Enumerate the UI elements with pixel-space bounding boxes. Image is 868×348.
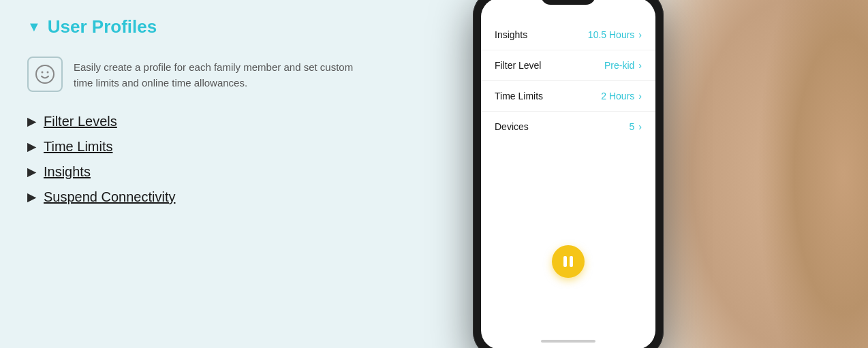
phone-frame: Insights 10.5 Hours › Filter Level Pre-k… [473, 0, 664, 348]
filter-levels-link[interactable]: Filter Levels [44, 114, 117, 129]
time-limits-value: 2 Hours [601, 91, 634, 101]
svg-point-0 [36, 65, 54, 83]
right-panel: Insights 10.5 Hours › Filter Level Pre-k… [377, 0, 868, 348]
bullet-icon: ▶ [27, 115, 35, 128]
filter-level-value: Pre-kid [604, 60, 634, 71]
insights-value: 10.5 Hours [588, 29, 634, 40]
chevron-right-icon-filter: › [638, 60, 642, 71]
nav-item-time-limits[interactable]: ▶ Time Limits [27, 139, 368, 155]
row-label-devices: Devices [495, 121, 529, 132]
chevron-right-icon-insights: › [638, 29, 642, 40]
phone-row-time-limits[interactable]: Time Limits 2 Hours › [481, 81, 655, 112]
phone-screen: Insights 10.5 Hours › Filter Level Pre-k… [481, 0, 655, 348]
phone-row-insights[interactable]: Insights 10.5 Hours › [481, 20, 655, 50]
row-value-filter-level: Pre-kid › [604, 60, 642, 71]
smiley-face-icon [34, 63, 56, 85]
pause-bar-right [570, 256, 573, 267]
phone-row-filter-level[interactable]: Filter Level Pre-kid › [481, 50, 655, 81]
nav-item-filter-levels[interactable]: ▶ Filter Levels [27, 114, 368, 129]
chevron-right-icon-devices: › [638, 121, 642, 132]
bullet-icon-3: ▶ [27, 165, 35, 178]
row-label-filter-level: Filter Level [495, 60, 541, 71]
svg-point-1 [42, 72, 44, 74]
bullet-icon-4: ▶ [27, 191, 35, 204]
description-block: Easily create a profile for each family … [27, 57, 368, 92]
chevron-down-icon: ▼ [27, 19, 41, 35]
row-value-insights: 10.5 Hours › [588, 29, 642, 40]
svg-point-2 [47, 72, 49, 74]
pause-icon [563, 256, 573, 267]
devices-value: 5 [630, 121, 635, 132]
nav-links: ▶ Filter Levels ▶ Time Limits ▶ Insights… [27, 114, 368, 205]
page-title-block: ▼ User Profiles [27, 16, 368, 37]
phone-content: Insights 10.5 Hours › Filter Level Pre-k… [481, 0, 655, 348]
time-limits-link[interactable]: Time Limits [44, 139, 112, 155]
chevron-right-icon-time: › [638, 91, 642, 101]
description-text: Easily create a profile for each family … [74, 59, 368, 91]
phone-rows: Insights 10.5 Hours › Filter Level Pre-k… [481, 20, 655, 142]
phone-home-bar [541, 340, 595, 343]
insights-link[interactable]: Insights [44, 164, 91, 180]
row-value-time-limits: 2 Hours › [601, 91, 642, 101]
row-label-insights: Insights [495, 29, 527, 40]
row-value-devices: 5 › [630, 121, 642, 132]
phone-wrapper: Insights 10.5 Hours › Filter Level Pre-k… [473, 0, 664, 348]
left-panel: ▼ User Profiles Easily create a profile … [0, 0, 395, 348]
page-title: User Profiles [48, 16, 157, 37]
phone-row-devices[interactable]: Devices 5 › [481, 112, 655, 142]
pause-bar-left [563, 256, 567, 267]
bullet-icon-2: ▶ [27, 140, 35, 153]
nav-item-suspend-connectivity[interactable]: ▶ Suspend Connectivity [27, 189, 368, 205]
smiley-icon-box [27, 57, 63, 92]
nav-item-insights[interactable]: ▶ Insights [27, 164, 368, 180]
pause-button[interactable] [552, 245, 585, 278]
suspend-connectivity-link[interactable]: Suspend Connectivity [44, 189, 175, 205]
row-label-time-limits: Time Limits [495, 91, 543, 101]
phone-notch [541, 0, 595, 5]
